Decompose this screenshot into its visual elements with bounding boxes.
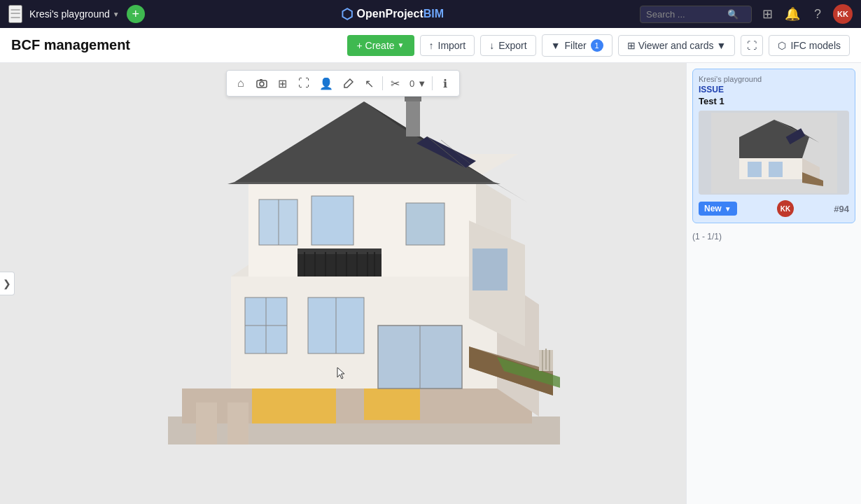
paint-button[interactable]: [339, 74, 358, 93]
issue-title: Test 1: [699, 96, 849, 106]
sidebar-toggle-button[interactable]: ❯: [0, 272, 15, 295]
svg-rect-50: [472, 248, 507, 290]
page-title: BCF management: [11, 37, 130, 53]
svg-rect-7: [227, 402, 248, 444]
hamburger-menu-button[interactable]: ☰: [8, 5, 22, 23]
search-icon[interactable]: 🔍: [727, 9, 738, 20]
import-button[interactable]: ↑ Import: [420, 35, 475, 56]
create-button[interactable]: + Create ▼: [347, 35, 414, 56]
workspace-name: Kresi's playground: [29, 8, 110, 20]
svg-rect-59: [405, 96, 421, 102]
viewer-chevron-icon: ▼: [717, 40, 727, 51]
status-label: New: [704, 204, 722, 214]
export-button[interactable]: ↓ Export: [480, 35, 536, 56]
svg-rect-47: [406, 203, 444, 245]
home-view-button[interactable]: ⌂: [231, 74, 251, 93]
svg-marker-28: [227, 182, 500, 184]
toolbar-divider: [382, 76, 383, 90]
search-input[interactable]: [646, 9, 723, 20]
issue-card[interactable]: Kresi's playground ISSUE Test 1: [692, 69, 855, 223]
viewer-icon: ⊞: [627, 40, 636, 51]
right-panel: Kresi's playground ISSUE Test 1: [686, 63, 861, 504]
top-navigation: ☰ Kresi's playground ▼ + ⬡ OpenProjectBI…: [0, 0, 861, 28]
issue-thumbnail: [699, 111, 849, 195]
workspace-chevron-icon: ▼: [113, 10, 120, 18]
camera-button[interactable]: [252, 74, 272, 93]
info-button[interactable]: ℹ: [435, 74, 455, 93]
import-icon: ↑: [429, 40, 434, 51]
sub-header: BCF management + Create ▼ ↑ Import ↓ Exp…: [0, 28, 861, 63]
svg-point-1: [260, 82, 264, 86]
pagination-info: (1 - 1/1): [692, 229, 855, 244]
grid-view-button[interactable]: ⊞: [273, 74, 293, 93]
logo-icon: ⬡: [341, 6, 353, 22]
toolbar-divider-2: [432, 76, 433, 90]
app-name: OpenProjectBIM: [357, 8, 444, 20]
user-avatar[interactable]: KK: [833, 4, 853, 24]
svg-rect-6: [196, 402, 217, 444]
add-project-button[interactable]: +: [127, 5, 145, 23]
filter-button[interactable]: ▼ Filter 1: [542, 34, 612, 57]
building-3d-view: BACK: [0, 63, 686, 504]
expand-selection-button[interactable]: ⛶: [294, 74, 314, 93]
person-view-button[interactable]: 👤: [315, 74, 337, 93]
help-button[interactable]: ?: [808, 4, 827, 24]
fullscreen-button[interactable]: ⛶: [741, 35, 763, 56]
grid-apps-button[interactable]: ⊞: [757, 4, 777, 24]
search-box[interactable]: 🔍: [640, 6, 752, 23]
cursor-button[interactable]: ↖: [360, 74, 379, 93]
ifc-icon: ⬡: [778, 40, 786, 51]
export-label: Export: [498, 40, 526, 51]
workspace-selector[interactable]: Kresi's playground ▼: [29, 8, 120, 20]
issue-type-label: ISSUE: [699, 85, 849, 94]
ifc-label: IFC models: [790, 40, 841, 51]
header-actions: + Create ▼ ↑ Import ↓ Export ▼ Filter 1 …: [347, 34, 850, 57]
assignee-avatar[interactable]: KK: [777, 200, 794, 217]
svg-rect-32: [298, 252, 382, 276]
cut-button[interactable]: ✂: [386, 74, 405, 93]
import-label: Import: [438, 40, 466, 51]
create-dropdown-icon: ▼: [398, 41, 405, 49]
main-content: ⌂ ⊞ ⛶ 👤 ↖ ✂ 0 ▼: [0, 63, 861, 504]
viewer-label: Viewer and cards: [638, 40, 714, 51]
selection-count: 0 ▼: [407, 78, 429, 89]
3d-viewer[interactable]: ⌂ ⊞ ⛶ 👤 ↖ ✂ 0 ▼: [0, 63, 686, 504]
notifications-button[interactable]: 🔔: [783, 4, 802, 24]
nav-right-section: 🔍 ⊞ 🔔 ? KK: [640, 4, 853, 24]
export-icon: ↓: [489, 40, 494, 51]
ifc-models-button[interactable]: ⬡ IFC models: [769, 35, 850, 56]
viewer-toolbar: ⌂ ⊞ ⛶ 👤 ↖ ✂ 0 ▼: [226, 70, 460, 97]
issue-footer: New ▼ KK #94: [699, 200, 849, 217]
nav-center: ⬡ OpenProjectBIM: [152, 6, 633, 22]
filter-count-badge: 1: [591, 39, 603, 52]
status-badge[interactable]: New ▼: [699, 202, 737, 216]
create-button-label: + Create: [357, 40, 395, 51]
svg-rect-68: [769, 162, 783, 177]
status-dropdown-icon: ▼: [724, 205, 732, 213]
app-logo: ⬡ OpenProjectBIM: [341, 6, 444, 22]
svg-rect-45: [312, 196, 354, 245]
issue-workspace-label: Kresi's playground: [699, 75, 849, 83]
filter-label: Filter: [565, 40, 587, 51]
issue-id: #94: [834, 204, 849, 214]
filter-icon: ▼: [551, 40, 561, 51]
viewer-and-cards-button[interactable]: ⊞ Viewer and cards ▼: [618, 35, 736, 56]
svg-rect-58: [406, 98, 420, 136]
svg-rect-2: [260, 79, 262, 80]
count-dropdown-icon[interactable]: ▼: [417, 78, 426, 89]
svg-rect-33: [298, 248, 382, 254]
svg-rect-67: [748, 162, 762, 177]
